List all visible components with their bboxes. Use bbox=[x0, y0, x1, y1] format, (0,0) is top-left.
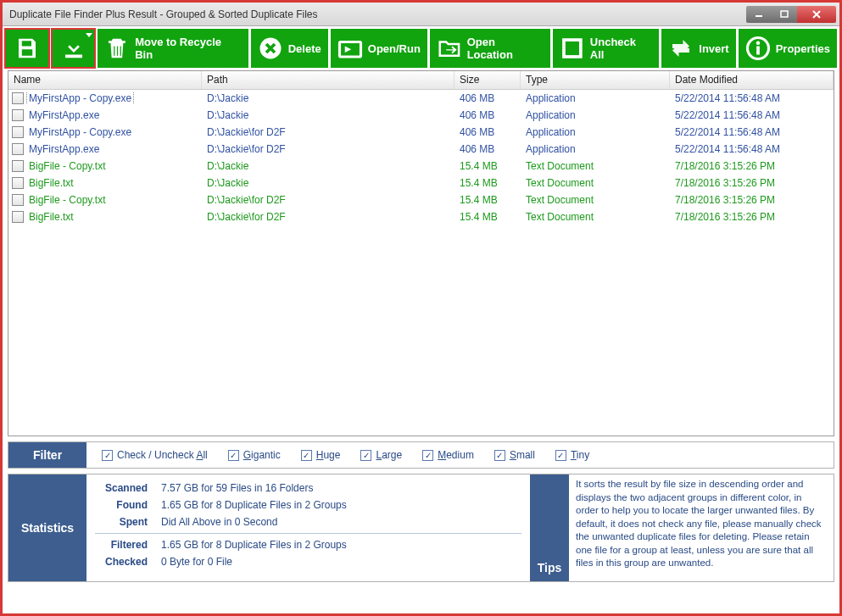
row-path: D:\Jackie bbox=[202, 177, 454, 189]
row-path: D:\Jackie bbox=[202, 160, 454, 172]
recycle-button[interactable]: Move to Recycle Bin bbox=[98, 29, 248, 68]
row-path: D:\Jackie bbox=[202, 92, 454, 104]
open-label: Open/Run bbox=[368, 42, 421, 55]
svg-rect-7 bbox=[756, 47, 760, 55]
row-name: BigFile.txt bbox=[27, 177, 74, 189]
checkbox-icon: ✓ bbox=[102, 450, 113, 461]
table-row[interactable]: BigFile - Copy.txtD:\Jackie15.4 MBText D… bbox=[8, 158, 834, 175]
row-checkbox[interactable] bbox=[12, 160, 24, 172]
open-icon bbox=[337, 36, 363, 61]
col-type-header[interactable]: Type bbox=[521, 71, 670, 89]
table-row[interactable]: MyFirstApp.exeD:\Jackie406 MBApplication… bbox=[8, 107, 834, 124]
uncheck-icon bbox=[560, 36, 585, 61]
stat-scanned-key: Scanned bbox=[95, 480, 154, 497]
table-row[interactable]: BigFile - Copy.txtD:\Jackie\for D2F15.4 … bbox=[8, 191, 834, 208]
row-checkbox[interactable] bbox=[12, 126, 24, 138]
row-type: Application bbox=[521, 92, 670, 104]
row-type: Application bbox=[521, 126, 670, 138]
row-date: 5/22/2014 11:56:48 AM bbox=[670, 109, 834, 121]
row-checkbox[interactable] bbox=[12, 177, 24, 189]
table-row[interactable]: BigFile.txtD:\Jackie\for D2F15.4 MBText … bbox=[8, 208, 834, 225]
table-row[interactable]: BigFile.txtD:\Jackie15.4 MBText Document… bbox=[8, 175, 834, 191]
row-date: 7/18/2016 3:15:26 PM bbox=[670, 160, 834, 172]
properties-label: Properties bbox=[776, 42, 830, 55]
open-location-button[interactable]: Open Location bbox=[430, 29, 550, 68]
close-button[interactable] bbox=[797, 6, 836, 23]
row-date: 5/22/2014 11:56:48 AM bbox=[670, 92, 834, 104]
row-size: 15.4 MB bbox=[454, 211, 521, 223]
svg-rect-1 bbox=[781, 11, 788, 17]
invert-icon bbox=[668, 36, 694, 61]
filter-gigantic[interactable]: ✓Gigantic bbox=[228, 449, 281, 461]
filter-tiny[interactable]: ✓Tiny bbox=[555, 449, 589, 461]
properties-button[interactable]: Properties bbox=[739, 29, 837, 68]
uncheck-label: Uncheck All bbox=[590, 36, 652, 61]
filter-label: Filter bbox=[8, 442, 86, 468]
checkbox-icon: ✓ bbox=[494, 450, 505, 461]
col-path-header[interactable]: Path bbox=[202, 71, 454, 89]
uncheck-all-button[interactable]: Uncheck All bbox=[553, 29, 659, 68]
stat-found-key: Found bbox=[95, 497, 154, 513]
save-button[interactable] bbox=[5, 29, 49, 68]
row-name: MyFirstApp.exe bbox=[27, 143, 99, 155]
row-date: 7/18/2016 3:15:26 PM bbox=[670, 211, 834, 223]
filter-huge[interactable]: ✓Huge bbox=[301, 449, 341, 461]
row-date: 5/22/2014 11:56:48 AM bbox=[670, 126, 834, 138]
filter-large[interactable]: ✓Large bbox=[360, 449, 402, 461]
row-name: MyFirstApp.exe bbox=[27, 109, 99, 121]
load-button[interactable] bbox=[52, 29, 96, 68]
row-size: 15.4 MB bbox=[454, 194, 521, 206]
row-size: 406 MB bbox=[454, 143, 521, 155]
row-size: 15.4 MB bbox=[454, 177, 521, 189]
row-date: 7/18/2016 3:15:26 PM bbox=[670, 194, 834, 206]
results-grid: Name Path Size Type Date Modified MyFirs… bbox=[8, 70, 834, 436]
col-date-header[interactable]: Date Modified bbox=[670, 71, 834, 89]
statistics-body: Scanned7.57 GB for 59 Files in 16 Folder… bbox=[86, 474, 530, 581]
row-type: Text Document bbox=[521, 177, 670, 189]
col-size-header[interactable]: Size bbox=[454, 71, 521, 89]
stat-scanned-value: 7.57 GB for 59 Files in 16 Folders bbox=[154, 480, 354, 497]
filter-check-all[interactable]: ✓Check / Uncheck All bbox=[102, 449, 208, 461]
recycle-label: Move to Recycle Bin bbox=[135, 36, 242, 61]
stat-found-value: 1.65 GB for 8 Duplicate Files in 2 Group… bbox=[154, 497, 354, 513]
download-icon bbox=[61, 36, 86, 61]
svg-rect-4 bbox=[564, 40, 581, 57]
table-row[interactable]: MyFirstApp - Copy.exeD:\Jackie406 MBAppl… bbox=[8, 90, 834, 107]
title-bar: Duplicate File Finder Plus Result - Grou… bbox=[3, 3, 839, 26]
row-size: 15.4 MB bbox=[454, 160, 521, 172]
row-checkbox[interactable] bbox=[12, 194, 24, 206]
stat-filtered-key: Filtered bbox=[95, 536, 154, 553]
row-checkbox[interactable] bbox=[12, 109, 24, 121]
info-icon bbox=[745, 36, 771, 61]
table-row[interactable]: MyFirstApp.exeD:\Jackie\for D2F406 MBApp… bbox=[8, 141, 834, 158]
svg-point-6 bbox=[756, 42, 760, 46]
window-controls bbox=[746, 6, 836, 23]
row-type: Text Document bbox=[521, 211, 670, 223]
invert-button[interactable]: Invert bbox=[661, 29, 735, 68]
filter-small[interactable]: ✓Small bbox=[494, 449, 535, 461]
delete-label: Delete bbox=[288, 42, 321, 55]
row-checkbox[interactable] bbox=[12, 143, 24, 155]
stat-checked-key: Checked bbox=[95, 553, 154, 570]
stat-filtered-value: 1.65 GB for 8 Duplicate Files in 2 Group… bbox=[154, 536, 354, 553]
filter-panel: Filter ✓Check / Uncheck All ✓Gigantic ✓H… bbox=[8, 441, 834, 469]
col-name-header[interactable]: Name bbox=[8, 71, 202, 89]
row-checkbox[interactable] bbox=[12, 92, 24, 104]
maximize-button[interactable] bbox=[772, 6, 797, 23]
delete-button[interactable]: Delete bbox=[251, 29, 328, 68]
row-name: BigFile - Copy.txt bbox=[27, 160, 105, 172]
row-type: Application bbox=[521, 143, 670, 155]
checkbox-icon: ✓ bbox=[301, 450, 312, 461]
row-path: D:\Jackie\for D2F bbox=[202, 194, 454, 206]
minimize-button[interactable] bbox=[746, 6, 772, 23]
statistics-label: Statistics bbox=[8, 474, 86, 581]
stat-spent-key: Spent bbox=[95, 513, 154, 530]
toolbar: Move to Recycle Bin Delete Open/Run Open… bbox=[3, 26, 839, 70]
open-button[interactable]: Open/Run bbox=[331, 29, 427, 68]
checkbox-icon: ✓ bbox=[555, 450, 566, 461]
grid-body: MyFirstApp - Copy.exeD:\Jackie406 MBAppl… bbox=[8, 90, 834, 225]
table-row[interactable]: MyFirstApp - Copy.exeD:\Jackie\for D2F40… bbox=[8, 124, 834, 141]
window-title: Duplicate File Finder Plus Result - Grou… bbox=[6, 8, 746, 20]
row-checkbox[interactable] bbox=[12, 211, 24, 223]
filter-medium[interactable]: ✓Medium bbox=[422, 449, 474, 461]
